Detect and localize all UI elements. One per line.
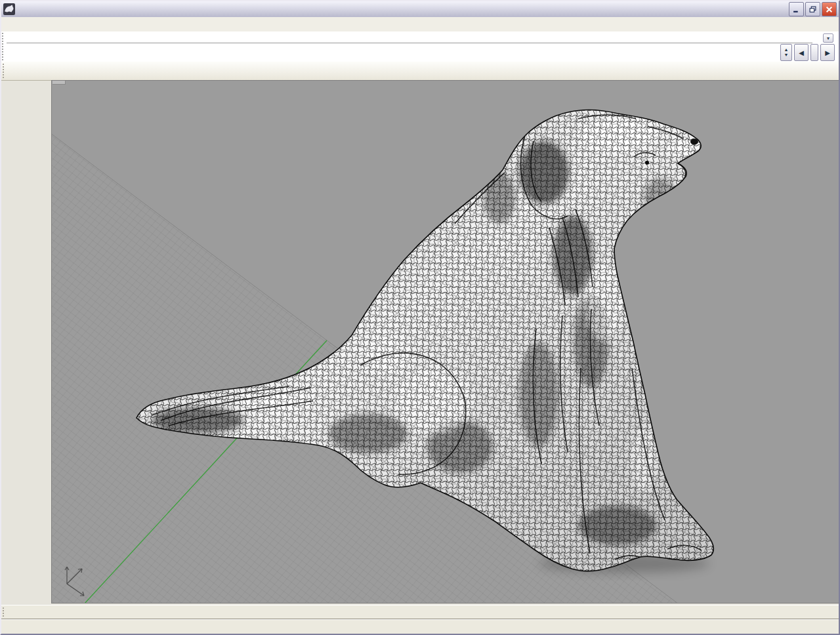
command-area: ▾ ▲▼ ◀ ▶ xyxy=(1,31,839,63)
minimize-button[interactable] xyxy=(789,2,804,16)
viewport-canvas[interactable] xyxy=(52,81,839,603)
command-prompt[interactable] xyxy=(7,43,766,60)
restore-icon xyxy=(809,6,816,13)
menu-bar xyxy=(1,17,839,32)
command-area-grip[interactable] xyxy=(2,33,6,60)
osnap-toolbar xyxy=(1,605,839,619)
restore-button[interactable] xyxy=(805,2,820,16)
command-history-line xyxy=(7,31,812,43)
top-toolbar xyxy=(1,62,839,81)
minimize-icon xyxy=(793,6,800,13)
command-history-dropdown[interactable]: ▾ xyxy=(823,33,833,43)
arrow-right-icon: ▶ xyxy=(825,49,830,56)
dog-eye xyxy=(645,161,649,165)
command-spinner[interactable]: ▲▼ xyxy=(780,44,792,61)
rhino-logo-icon xyxy=(3,3,15,15)
spinner-down-icon: ▼ xyxy=(784,52,789,58)
viewport-tab[interactable] xyxy=(52,81,66,85)
command-next-button[interactable]: ▶ xyxy=(820,44,835,61)
spinner-up-icon: ▲ xyxy=(784,47,789,52)
command-prev-button[interactable]: ◀ xyxy=(794,44,808,61)
toolbar-grip[interactable] xyxy=(3,64,7,78)
status-bar xyxy=(1,619,839,634)
arrow-left-icon: ◀ xyxy=(799,49,804,56)
viewport-perspective[interactable] xyxy=(51,80,839,604)
close-button[interactable] xyxy=(822,2,837,16)
command-divider xyxy=(810,44,818,61)
title-bar xyxy=(1,1,839,18)
osnap-grip[interactable] xyxy=(3,607,7,617)
close-icon xyxy=(826,6,833,13)
